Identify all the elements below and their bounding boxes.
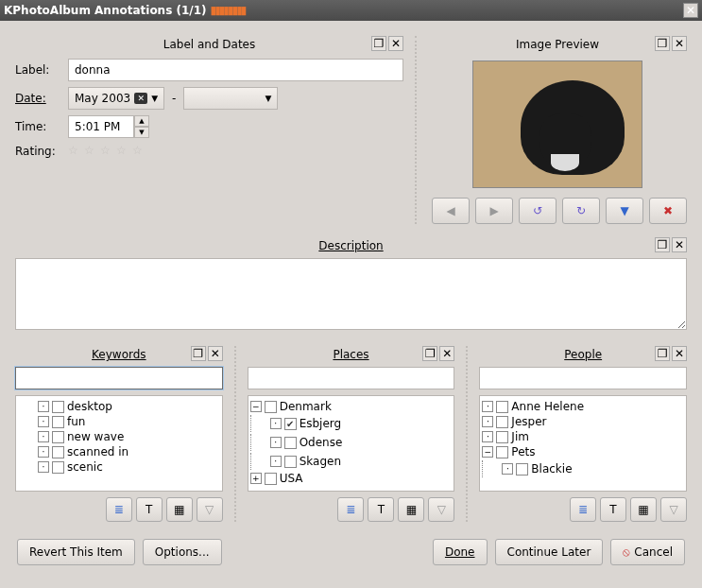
expander-icon[interactable]: · [38,446,49,458]
checkbox[interactable] [496,431,508,443]
detach-icon[interactable]: ❐ [191,346,206,361]
star-icon[interactable]: ☆ [84,144,99,159]
time-spinner[interactable]: ▲ ▼ [68,115,149,138]
expander-icon[interactable]: · [38,416,49,427]
star-icon[interactable]: ☆ [116,144,131,159]
expander-icon[interactable]: · [38,431,49,442]
tree-item[interactable]: +USA [250,471,453,486]
checkbox[interactable] [516,463,528,476]
expander-icon[interactable]: · [502,463,513,475]
time-input[interactable] [68,115,134,138]
expander-icon[interactable]: · [38,461,49,473]
rotate-right-button[interactable]: ↻ [562,198,600,224]
close-icon[interactable]: ✕ [388,36,403,51]
continue-later-button[interactable]: Continue Later [495,539,604,565]
filter-button[interactable]: ▽ [660,497,687,522]
close-icon[interactable]: ✕ [672,36,687,51]
sort-tree-button[interactable]: ≣ [570,497,596,522]
tree-item[interactable]: ·scanned in [18,444,220,459]
filter-button[interactable]: ▽ [428,497,454,522]
sort-tree-button[interactable]: ≣ [337,497,364,522]
detach-icon[interactable]: ❐ [655,346,670,361]
tree-item[interactable]: ·Jesper [482,414,684,429]
expander-icon[interactable]: + [250,473,262,484]
clear-date-icon[interactable]: ✕ [134,93,147,104]
time-up-button[interactable]: ▲ [134,115,149,127]
sort-tree-button[interactable]: ≣ [106,497,132,522]
next-image-button[interactable]: ▶ [475,198,513,224]
tree-item[interactable]: ·new wave [18,429,220,444]
tree-item[interactable]: ·Jim [482,429,684,444]
checkbox[interactable] [52,401,64,413]
close-icon[interactable]: ✕ [208,346,223,361]
rotate-left-button[interactable]: ↺ [519,198,556,224]
keywords-tree[interactable]: ·desktop·fun·new wave·scanned in·scenic [15,395,223,492]
delete-button[interactable]: ✖ [649,198,687,224]
checkbox[interactable] [52,446,64,458]
sort-alpha-button[interactable]: T [368,497,394,522]
options-button[interactable]: Options... [143,539,222,565]
done-button[interactable]: Done [433,539,488,565]
detach-icon[interactable]: ❐ [655,237,670,252]
sort-date-button[interactable]: ▦ [166,497,193,522]
sort-date-button[interactable]: ▦ [398,497,424,522]
checkbox[interactable] [284,418,297,430]
expander-icon[interactable]: · [270,456,282,467]
tree-item[interactable]: ·fun [18,414,220,429]
rating-stars[interactable]: ☆ ☆ ☆ ☆ ☆ [68,144,147,159]
sort-alpha-button[interactable]: T [600,497,626,522]
tree-item[interactable]: ·Anne Helene [482,399,684,414]
checkbox[interactable] [52,461,64,474]
people-tree[interactable]: ·Anne Helene·Jesper·Jim−Pets·Blackie [479,395,687,492]
checkbox[interactable] [496,446,508,458]
tree-item[interactable]: −Denmark [250,399,453,414]
star-icon[interactable]: ☆ [132,144,147,159]
filter-button[interactable]: ▽ [197,497,223,522]
tree-item[interactable]: ·desktop [18,399,220,414]
expander-icon[interactable]: · [270,418,282,429]
tree-item[interactable]: ·Skagen [250,452,453,471]
checkbox[interactable] [52,416,64,428]
label-input[interactable] [68,59,403,81]
places-filter-input[interactable] [248,367,455,389]
window-close-button[interactable]: ✕ [683,3,698,18]
checkbox[interactable] [496,416,508,428]
sort-date-button[interactable]: ▦ [630,497,657,522]
tree-item[interactable]: ·scenic [18,459,220,475]
expander-icon[interactable]: · [482,416,493,427]
description-textarea[interactable] [15,258,687,330]
close-icon[interactable]: ✕ [672,346,687,361]
expander-icon[interactable]: − [250,401,262,412]
close-icon[interactable]: ✕ [439,346,454,361]
prev-image-button[interactable]: ◀ [432,198,470,224]
expander-icon[interactable]: · [482,401,493,412]
checkbox[interactable] [265,473,277,485]
tree-item[interactable]: ·Blackie [482,459,684,478]
expander-icon[interactable]: · [38,401,49,412]
revert-button[interactable]: Revert This Item [17,539,135,565]
star-icon[interactable]: ☆ [100,144,115,159]
star-icon[interactable]: ☆ [68,144,83,159]
cancel-button[interactable]: ⦸Cancel [610,539,685,565]
expander-icon[interactable]: · [482,431,493,442]
tree-item[interactable]: ·Odense [250,433,453,452]
places-tree[interactable]: −Denmark·Esbjerg·Odense·Skagen+USA [248,395,455,492]
date-from-picker[interactable]: May 2003 ✕ ▼ [68,87,164,110]
people-filter-input[interactable] [479,367,687,389]
checkbox[interactable] [284,437,297,449]
checkbox[interactable] [52,431,64,443]
tree-item[interactable]: ·Esbjerg [250,414,453,433]
expander-icon[interactable]: · [270,437,282,448]
checkbox[interactable] [284,456,297,468]
detach-icon[interactable]: ❐ [422,346,437,361]
tree-item[interactable]: −Pets [482,444,684,459]
expander-icon[interactable]: − [482,446,493,458]
fullscreen-button[interactable]: ▼ [606,198,643,224]
keywords-filter-input[interactable] [15,367,223,389]
sort-alpha-button[interactable]: T [136,497,163,522]
date-to-picker[interactable]: ▼ [183,87,278,110]
checkbox[interactable] [496,401,508,413]
checkbox[interactable] [265,401,277,413]
detach-icon[interactable]: ❐ [371,36,386,51]
close-icon[interactable]: ✕ [672,237,687,252]
